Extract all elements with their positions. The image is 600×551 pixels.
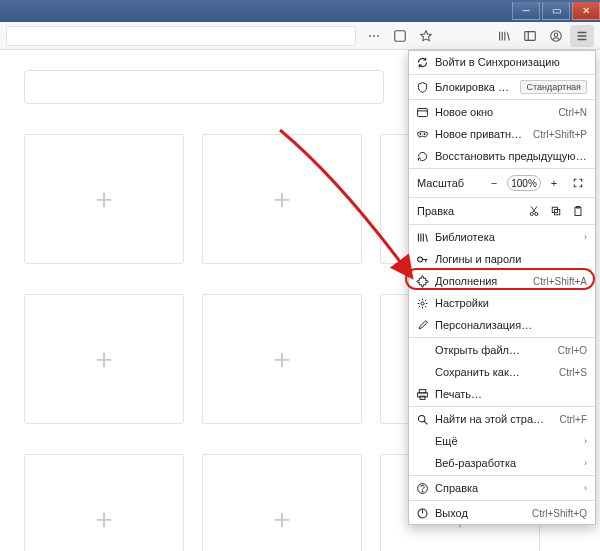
account-icon[interactable] [544, 25, 568, 47]
zoom-value: 100% [507, 175, 541, 191]
puzzle-icon [415, 274, 429, 288]
svg-point-14 [420, 301, 423, 304]
print-icon [415, 387, 429, 401]
svg-rect-1 [525, 31, 536, 40]
library-icon [415, 230, 429, 244]
menu-find[interactable]: Найти на этой странице… Ctrl+F [409, 408, 595, 430]
menu-customize[interactable]: Персонализация… [409, 314, 595, 336]
window-close-button[interactable]: ✕ [572, 2, 600, 20]
menu-sync[interactable]: Войти в Синхронизацию [409, 51, 595, 73]
zoom-out-button[interactable]: − [483, 174, 505, 192]
chevron-right-icon: › [584, 483, 587, 493]
search-icon [415, 412, 429, 426]
svg-point-6 [423, 133, 424, 134]
restore-icon [415, 149, 429, 163]
svg-point-13 [417, 257, 422, 262]
brush-icon [415, 318, 429, 332]
top-site-tile[interactable]: ＋ [24, 134, 184, 264]
zoom-label: Масштаб [415, 177, 481, 189]
top-site-tile[interactable]: ＋ [202, 134, 362, 264]
menu-open-file[interactable]: Открыть файл… Ctrl+O [409, 339, 595, 361]
edit-label: Правка [415, 205, 523, 217]
top-site-tile[interactable]: ＋ [24, 294, 184, 424]
svg-rect-0 [395, 30, 406, 41]
plus-icon: ＋ [268, 180, 296, 218]
window-maximize-button[interactable]: ▭ [542, 2, 570, 20]
sidebar-icon[interactable] [518, 25, 542, 47]
plus-icon: ＋ [268, 340, 296, 378]
fullscreen-button[interactable] [567, 174, 589, 192]
menu-exit[interactable]: Выход Ctrl+Shift+Q [409, 502, 595, 524]
plus-icon: ＋ [90, 500, 118, 538]
bookmark-star-icon[interactable] [414, 25, 438, 47]
menu-more[interactable]: Ещё › [409, 430, 595, 452]
svg-point-7 [530, 213, 533, 216]
search-input[interactable] [24, 70, 384, 104]
menu-save-as[interactable]: Сохранить как… Ctrl+S [409, 361, 595, 383]
mask-icon [415, 127, 429, 141]
reader-icon[interactable] [388, 25, 412, 47]
window-minimize-button[interactable]: ─ [512, 2, 540, 20]
shield-icon [415, 80, 429, 94]
top-site-tile[interactable]: ＋ [202, 294, 362, 424]
window-icon [415, 105, 429, 119]
svg-rect-4 [417, 108, 427, 116]
svg-rect-17 [420, 396, 425, 399]
library-icon[interactable] [492, 25, 516, 47]
menu-library[interactable]: Библиотека › [409, 226, 595, 248]
svg-point-18 [418, 415, 425, 422]
svg-rect-11 [575, 207, 581, 215]
menu-restore-session[interactable]: Восстановить предыдущую сессию [409, 145, 595, 167]
help-icon [415, 481, 429, 495]
chevron-right-icon: › [584, 436, 587, 446]
window-titlebar: ─ ▭ ✕ [0, 0, 600, 22]
menu-zoom-row: Масштаб − 100% + [409, 170, 595, 196]
menu-settings[interactable]: Настройки [409, 292, 595, 314]
menu-blocking[interactable]: Блокировка содержимого Стандартная [409, 76, 595, 98]
menu-new-private-window[interactable]: Новое приватное окно Ctrl+Shift+P [409, 123, 595, 145]
page-actions-icon[interactable]: ⋯ [362, 25, 386, 47]
top-site-tile[interactable]: ＋ [24, 454, 184, 551]
menu-print[interactable]: Печать… [409, 383, 595, 405]
svg-point-5 [419, 133, 420, 134]
gear-icon [415, 296, 429, 310]
svg-point-20 [422, 490, 423, 491]
hamburger-menu-button[interactable] [570, 25, 594, 47]
top-site-tile[interactable]: ＋ [202, 454, 362, 551]
menu-addons[interactable]: Дополнения Ctrl+Shift+A [409, 270, 595, 292]
menu-edit-row: Правка [409, 199, 595, 223]
browser-toolbar: ⋯ [0, 22, 600, 50]
app-menu-panel: Войти в Синхронизацию Блокировка содержи… [408, 50, 596, 525]
copy-button[interactable] [545, 202, 567, 220]
menu-new-window[interactable]: Новое окно Ctrl+N [409, 101, 595, 123]
plus-icon: ＋ [268, 500, 296, 538]
svg-point-3 [554, 32, 558, 36]
plus-icon: ＋ [90, 340, 118, 378]
menu-web-developer[interactable]: Веб-разработка › [409, 452, 595, 474]
sync-icon [415, 55, 429, 69]
zoom-in-button[interactable]: + [543, 174, 565, 192]
blocking-level-badge: Стандартная [520, 80, 587, 94]
address-bar[interactable] [6, 26, 356, 46]
svg-point-8 [535, 213, 538, 216]
chevron-right-icon: › [584, 232, 587, 242]
exit-icon [415, 506, 429, 520]
chevron-right-icon: › [584, 458, 587, 468]
menu-help[interactable]: Справка › [409, 477, 595, 499]
paste-button[interactable] [567, 202, 589, 220]
cut-button[interactable] [523, 202, 545, 220]
menu-logins[interactable]: Логины и пароли [409, 248, 595, 270]
plus-icon: ＋ [90, 180, 118, 218]
key-icon [415, 252, 429, 266]
